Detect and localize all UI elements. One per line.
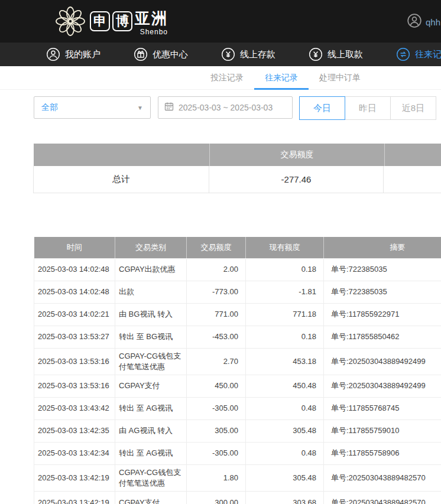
table-row: 2025-03-03 13:53:27转出 至 BG视讯-453.000.18单… (34, 326, 441, 348)
summary-cell: 单号:117855759010 (324, 420, 441, 442)
today-button[interactable]: 今日 (299, 96, 345, 120)
balance-cell: 0.48 (246, 442, 324, 464)
date-range-picker[interactable]: 2025-03-03 ~ 2025-03-03 (158, 96, 293, 119)
deposit-coin-icon (221, 47, 235, 61)
type-cell: CGPAY支付 (115, 375, 187, 397)
amount-cell: 2.00 (187, 258, 246, 281)
summary-cell: 单号:202503043889482570 (324, 464, 441, 491)
nav-item-label: 优惠中心 (153, 49, 188, 60)
transfer-records-icon (396, 47, 410, 61)
column-header: 交易额度 (187, 237, 246, 258)
summary-table: 交易额度 总计 -277.46 (34, 144, 441, 193)
type-select[interactable]: 全部 ▼ (34, 96, 151, 119)
summary-total-row: 总计 -277.46 (34, 166, 441, 193)
nav-item-transfer-records[interactable]: 往来记录 (396, 47, 441, 61)
time-cell: 2025-03-03 13:42:19 (34, 464, 115, 491)
table-row: 2025-03-03 14:02:48出款-773.00-1.81单号:7223… (34, 281, 441, 303)
summary-total-label: 总计 (33, 166, 209, 193)
page: 申 博 亚洲 Shenbo qhh 我的账户 (0, 0, 441, 504)
summary-cell: 单号:722385035 (324, 258, 441, 281)
summary-cell: 单号:117855922971 (324, 303, 441, 326)
type-cell: 转出 至 BG视讯 (115, 326, 187, 348)
nav-item-promotions[interactable]: 优惠中心 (134, 47, 188, 61)
withdraw-coin-icon (309, 47, 323, 61)
summary-header-blank (34, 144, 210, 166)
time-cell: 2025-03-03 13:53:16 (34, 375, 115, 397)
user-account-area[interactable]: qhh (407, 13, 440, 31)
logo-region-text: 亚洲 (135, 8, 168, 29)
balance-cell: 771.18 (246, 303, 324, 326)
gift-icon (134, 47, 148, 61)
nav-item-label: 线上存款 (240, 49, 275, 60)
summary-total-extra (383, 166, 441, 193)
logo-region-block: 亚洲 Shenbo (135, 8, 168, 36)
table-row: 2025-03-03 13:43:42转出 至 AG视讯-305.000.48单… (34, 397, 441, 420)
logo-char-bo: 博 (112, 11, 132, 31)
tab-transfer-records[interactable]: 往来记录 (254, 66, 309, 90)
nav-item-my-account[interactable]: 我的账户 (46, 47, 100, 61)
amount-cell: 771.00 (187, 303, 246, 326)
balance-cell: 0.18 (246, 258, 324, 281)
user-icon (46, 47, 60, 61)
summary-cell: 单号:117855850462 (324, 326, 441, 348)
amount-cell: -305.00 (187, 442, 246, 464)
chevron-down-icon: ▼ (137, 105, 143, 111)
type-cell: 由 BG视讯 转入 (115, 303, 187, 326)
summary-cell: 单号:202503043889492499 (324, 375, 441, 397)
type-cell: 转出 至 AG视讯 (115, 442, 187, 464)
time-cell: 2025-03-03 13:42:19 (34, 492, 115, 504)
last-8-days-button[interactable]: 近8日 (390, 96, 436, 120)
balance-cell: 303.68 (246, 492, 324, 504)
nav-item-online-withdrawal[interactable]: 线上取款 (309, 47, 363, 61)
time-cell: 2025-03-03 13:53:27 (34, 326, 115, 348)
balance-cell: -1.81 (246, 281, 324, 303)
column-header: 交易类别 (115, 237, 187, 258)
type-cell: CGPAY出款优惠 (115, 258, 187, 281)
table-row: 2025-03-03 14:02:48CGPAY出款优惠2.000.18单号:7… (34, 258, 441, 281)
summary-total-value: -277.46 (209, 166, 384, 193)
filter-bar: 全部 ▼ 2025-03-03 ~ 2025-03-03 今日 昨日 近8日 (34, 96, 436, 120)
main-navigation: 我的账户 优惠中心 线上存款 (0, 43, 441, 66)
type-cell: CGPAY支付 (115, 492, 187, 504)
yesterday-button[interactable]: 昨日 (345, 96, 391, 120)
balance-cell: 0.48 (246, 397, 324, 420)
table-row: 2025-03-03 13:42:35由 AG视讯 转入305.00305.48… (34, 420, 441, 442)
balance-cell: 0.18 (246, 326, 324, 348)
type-cell: 出款 (115, 281, 187, 303)
flower-logo-icon (54, 5, 86, 40)
logo-char-shen: 申 (90, 11, 110, 31)
tab-betting-records[interactable]: 投注记录 (200, 66, 254, 90)
nav-item-label: 我的账户 (65, 49, 100, 60)
tab-pending-orders[interactable]: 处理中订单 (309, 66, 371, 90)
records-header-row: 时间交易类别交易额度现有额度摘要 (34, 237, 441, 258)
summary-header-amount: 交易额度 (210, 144, 385, 166)
calendar-icon (164, 102, 174, 113)
amount-cell: 300.00 (187, 492, 246, 504)
time-cell: 2025-03-03 14:02:48 (34, 281, 115, 303)
balance-cell: 305.48 (246, 420, 324, 442)
summary-cell: 单号:117855758906 (324, 442, 441, 464)
time-cell: 2025-03-03 13:42:34 (34, 442, 115, 464)
table-row: 2025-03-03 13:42:19CGPAY支付300.00303.68单号… (34, 492, 441, 504)
type-cell: 由 AG视讯 转入 (115, 420, 187, 442)
user-avatar-icon[interactable] (407, 13, 422, 31)
time-cell: 2025-03-03 13:42:35 (34, 420, 115, 442)
amount-cell: 1.80 (187, 464, 246, 491)
logo-subtitle-text: Shenbo (135, 28, 168, 36)
table-row: 2025-03-03 13:42:34转出 至 AG视讯-305.000.48单… (34, 442, 441, 464)
username-text[interactable]: qhh (426, 17, 440, 27)
table-row: 2025-03-03 13:53:16CGPAY支付450.00450.48单号… (34, 375, 441, 397)
summary-cell: 单号:117855768745 (324, 397, 441, 420)
records-table-body: 2025-03-03 14:02:48CGPAY出款优惠2.000.18单号:7… (34, 258, 441, 504)
type-select-value: 全部 (41, 102, 58, 113)
top-header: 申 博 亚洲 Shenbo qhh (0, 0, 441, 43)
amount-cell: 2.70 (187, 348, 246, 375)
amount-cell: -773.00 (187, 281, 246, 303)
table-row: 2025-03-03 13:42:19CGPAY-CG钱包支付笔笔送优惠1.80… (34, 464, 441, 491)
type-cell: CGPAY-CG钱包支付笔笔送优惠 (115, 348, 187, 375)
time-cell: 2025-03-03 13:43:42 (34, 397, 115, 420)
nav-item-online-deposit[interactable]: 线上存款 (221, 47, 275, 61)
column-header: 摘要 (324, 237, 441, 258)
summary-cell: 单号:202503043889482570 (324, 492, 441, 504)
summary-header-row: 交易额度 (34, 144, 441, 166)
